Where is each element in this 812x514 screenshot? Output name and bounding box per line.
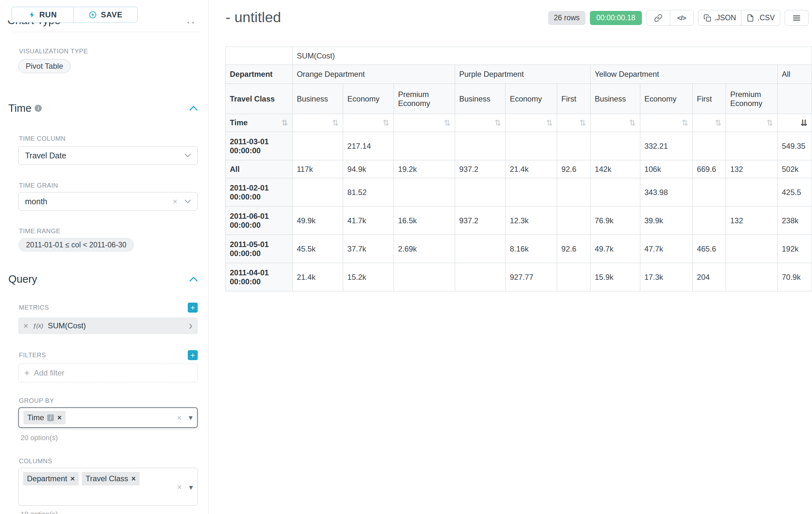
time-column-select[interactable]: Travel Date [18, 146, 198, 165]
embed-code-button[interactable]: </> [670, 10, 694, 26]
pivot-value-cell [455, 178, 505, 207]
clear-icon[interactable]: × [177, 413, 182, 423]
pivot-value-cell: 927.77 [505, 263, 557, 291]
tag-label: Department [27, 474, 67, 483]
pivot-class-header: Economy [505, 84, 557, 114]
pivot-sort-cell[interactable]: ⇅ [394, 114, 455, 132]
chevron-up-icon[interactable] [190, 106, 198, 111]
remove-tag-icon[interactable]: × [70, 475, 75, 483]
caret-down-icon[interactable]: ▾ [189, 413, 193, 422]
time-column-value: Travel Date [25, 151, 184, 160]
sort-desc-icon[interactable]: ⇊ [800, 118, 808, 128]
sort-icon[interactable]: ⇅ [444, 118, 451, 128]
pivot-sort-cell[interactable]: ⇅ [640, 114, 693, 132]
chevron-down-icon[interactable] [184, 199, 191, 204]
pivot-value-cell: 2.69k [394, 235, 455, 263]
sort-icon[interactable]: ⇅ [383, 118, 389, 128]
columns-select[interactable]: Department×Travel Class× × ▾ [18, 468, 198, 506]
clear-icon[interactable]: × [177, 482, 182, 492]
plus-icon: + [24, 369, 30, 377]
groupby-tag[interactable]: Timei× [23, 411, 65, 424]
pivot-sort-cell[interactable]: ⇅ [455, 114, 505, 132]
export-csv-button[interactable]: .CSV [741, 10, 780, 26]
time-grain-label: TIME GRAIN [19, 182, 58, 189]
run-button[interactable]: RUN [11, 7, 74, 23]
export-json-button[interactable]: .JSON [698, 10, 742, 26]
columns-tag[interactable]: Travel Class× [82, 472, 140, 485]
sort-icon[interactable]: ⇅ [494, 118, 501, 128]
pivot-row-label: 2011-04-01 00:00:00 [226, 263, 293, 291]
remove-tag-icon[interactable]: × [131, 475, 136, 483]
visualization-type-pill[interactable]: Pivot Table [18, 59, 70, 73]
pivot-value-cell [726, 263, 778, 291]
pivot-sort-cell[interactable]: ⇊ [777, 114, 812, 132]
info-icon[interactable]: i [47, 414, 54, 421]
sort-icon[interactable]: ⇅ [766, 118, 773, 128]
pivot-row-label: All [226, 160, 293, 178]
pivot-value-cell [394, 132, 455, 160]
time-section-header[interactable]: Time i [8, 102, 198, 114]
remove-metric-icon[interactable]: × [23, 321, 28, 331]
link-button[interactable] [646, 10, 670, 26]
time-section-title: Time [8, 102, 31, 114]
pivot-sort-cell[interactable]: ⇅ [557, 114, 590, 132]
sort-icon[interactable]: ⇅ [629, 118, 636, 128]
pivot-sort-cell[interactable]: ⇅ [590, 114, 640, 132]
code-icon: </> [677, 14, 686, 22]
pivot-value-cell [505, 132, 557, 160]
pivot-department-label: Department [226, 65, 293, 84]
sort-icon[interactable]: ⇅ [332, 118, 339, 128]
copy-icon [703, 14, 711, 22]
pivot-value-cell: 37.7k [343, 235, 394, 263]
plus-circle-icon [89, 10, 97, 19]
row-count-badge: 26 rows [548, 11, 586, 25]
chevron-down-icon[interactable] [184, 154, 191, 157]
pivot-value-cell [693, 178, 726, 207]
pivot-sort-cell[interactable]: ⇅ [726, 114, 778, 132]
sort-icon[interactable]: ⇅ [682, 118, 688, 128]
sort-icon[interactable]: ⇅ [579, 118, 586, 128]
clear-icon[interactable]: × [173, 197, 177, 207]
more-options-button[interactable] [785, 10, 809, 26]
pivot-value-cell [292, 178, 343, 207]
pivot-row-label: 2011-06-01 00:00:00 [226, 207, 293, 235]
header-actions: 26 rows 00:00:00.18 </> .JSON .CSV [548, 10, 809, 26]
metrics-label: METRICS [19, 304, 49, 311]
caret-down-icon[interactable]: ▾ [189, 483, 193, 492]
pivot-group-header: Yellow Department [590, 65, 777, 84]
query-section-header[interactable]: Query [8, 273, 198, 285]
control-panel-sidebar: Chart Type RUN SAVE VISUALIZATION TYPE P… [0, 0, 209, 514]
pivot-sort-cell[interactable]: ⇅ [505, 114, 557, 132]
pivot-value-cell: 502k [777, 160, 812, 178]
group-by-select[interactable]: Timei× × ▾ [18, 407, 198, 428]
pivot-value-cell: 425.5 [777, 178, 812, 207]
pivot-sort-cell[interactable]: ⇅ [343, 114, 394, 132]
pivot-sort-cell[interactable]: ⇅ [292, 114, 343, 132]
groupby-tags: Timei× [23, 411, 177, 424]
add-filter-plus-button[interactable]: + [188, 350, 198, 360]
columns-tag[interactable]: Department× [23, 472, 79, 485]
bolt-icon [29, 10, 36, 19]
save-button[interactable]: SAVE [74, 7, 138, 23]
sort-icon[interactable]: ⇅ [546, 118, 553, 128]
metric-pill[interactable]: × ƒ(x) SUM(Cost) › [18, 317, 198, 334]
time-range-pill[interactable]: 2011-01-01 ≤ col < 2011-06-30 [18, 238, 134, 252]
sort-icon[interactable]: ⇅ [282, 118, 288, 128]
pivot-value-cell: 47.7k [640, 235, 693, 263]
add-filter-button[interactable]: + Add filter [18, 364, 198, 382]
pivot-value-cell: 41.7k [343, 207, 394, 235]
chevron-up-icon[interactable] [190, 277, 198, 282]
add-metric-button[interactable]: + [188, 303, 198, 313]
pivot-value-cell [557, 178, 590, 207]
pivot-class-header: First [557, 84, 590, 114]
sort-icon[interactable]: ⇅ [715, 118, 722, 128]
remove-tag-icon[interactable]: × [57, 413, 61, 422]
tag-label: Time [27, 413, 44, 422]
pivot-value-cell: 937.2 [455, 207, 505, 235]
time-grain-select[interactable]: month × [18, 192, 198, 211]
pivot-value-cell [394, 263, 455, 291]
pivot-sort-cell[interactable]: ⇅ [693, 114, 726, 132]
group-by-label: GROUP BY [19, 397, 54, 404]
chevron-right-icon[interactable]: › [189, 320, 193, 331]
columns-label: COLUMNS [19, 457, 52, 465]
